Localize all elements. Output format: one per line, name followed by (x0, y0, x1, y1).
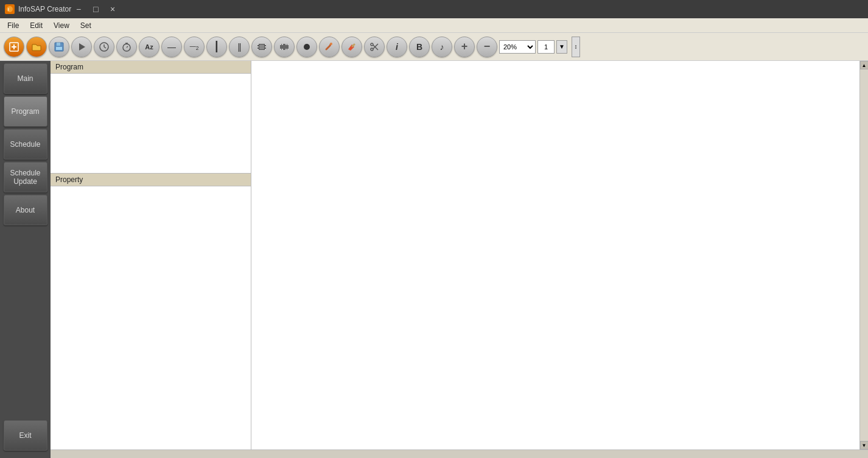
toolbar-btn-film1[interactable] (251, 37, 272, 57)
svg-rect-29 (280, 49, 281, 50)
toolbar-btn-scissors[interactable] (364, 37, 385, 57)
svg-rect-27 (285, 44, 287, 45)
svg-point-33 (304, 44, 310, 50)
toolbar-btn-music[interactable]: ♪ (432, 37, 452, 57)
toolbar-btn-bold[interactable]: B (409, 37, 430, 57)
svg-rect-32 (287, 49, 289, 50)
program-section: Program (51, 61, 251, 174)
svg-point-36 (371, 43, 373, 46)
left-nav: MainProgramScheduleSchedule UpdateAboutE… (0, 61, 51, 458)
svg-rect-20 (265, 44, 266, 45)
title-text: InfoSAP Creator (18, 5, 71, 13)
toolbar-btn-wrench[interactable] (319, 37, 340, 57)
nav-btn-schedule-update[interactable]: Schedule Update (4, 162, 47, 192)
window-controls: − □ × (71, 4, 120, 15)
menu-item-view[interactable]: View (49, 20, 74, 31)
toolbar-btn-timer[interactable] (116, 37, 137, 57)
program-panel-body (51, 74, 251, 173)
toolbar-btn-clock[interactable] (94, 37, 114, 57)
svg-rect-7 (56, 47, 62, 50)
svg-line-11 (104, 47, 106, 48)
property-section: Property (51, 174, 251, 449)
title-bar: i InfoSAP Creator − □ × (0, 0, 868, 18)
svg-rect-24 (280, 44, 289, 50)
menu-item-file[interactable]: File (2, 20, 24, 31)
program-panel-header: Program (51, 61, 251, 74)
scroll-down-arrow[interactable]: ▼ (860, 441, 869, 449)
main-scrollbar[interactable]: ▲ ▼ (859, 61, 868, 449)
svg-rect-25 (280, 44, 281, 45)
toolbar-btn-new[interactable] (4, 37, 24, 57)
svg-marker-8 (79, 43, 85, 51)
scroll-track[interactable] (860, 69, 868, 441)
svg-rect-22 (265, 49, 266, 50)
svg-rect-30 (282, 49, 283, 50)
toolbar-btn-film2[interactable] (274, 37, 295, 57)
svg-point-37 (371, 48, 373, 51)
page-number-input[interactable] (537, 40, 555, 54)
left-panel: Program Property (51, 61, 251, 449)
toolbar-btn-plus[interactable]: + (454, 37, 475, 57)
toolbar-btn-open[interactable] (26, 37, 47, 57)
svg-rect-19 (257, 49, 259, 50)
toolbar-btn-info[interactable]: i (387, 37, 407, 57)
nav-btn-exit[interactable]: Exit (4, 420, 47, 451)
content-inner: Program Property ▲ ▼ (51, 61, 868, 449)
svg-rect-6 (57, 43, 60, 46)
app-icon: i (5, 4, 15, 14)
minimize-button[interactable]: − (71, 4, 86, 15)
toolbar-btn-paint[interactable] (341, 37, 362, 57)
page-nav-button[interactable]: ▼ (556, 40, 567, 54)
toolbar: Az——2┃‖iB♪+−10%20%50%100%▼↕ (0, 33, 868, 61)
svg-rect-17 (257, 44, 259, 45)
maximize-button[interactable]: □ (88, 4, 103, 15)
content-area: Program Property ▲ ▼ (51, 61, 868, 458)
bottom-scrollbar[interactable] (51, 449, 868, 458)
property-panel-header: Property (51, 174, 251, 186)
zoom-select[interactable]: 10%20%50%100% (499, 40, 536, 54)
main-layout: MainProgramScheduleSchedule UpdateAboutE… (0, 61, 868, 458)
toolbar-btn-text[interactable]: Az (139, 37, 159, 57)
property-panel-body (51, 186, 251, 449)
menu-bar: FileEditViewSet (0, 18, 868, 33)
scroll-up-arrow[interactable]: ▲ (860, 61, 869, 69)
menu-item-set[interactable]: Set (75, 20, 96, 31)
nav-btn-about[interactable]: About (4, 195, 47, 225)
svg-rect-31 (285, 49, 287, 50)
svg-rect-23 (259, 44, 264, 49)
svg-rect-28 (287, 44, 289, 45)
svg-rect-21 (265, 46, 266, 48)
toolbar-btn-minus2[interactable]: —2 (184, 37, 205, 57)
toolbar-scroll[interactable]: ↕ (572, 37, 580, 57)
menu-item-edit[interactable]: Edit (25, 20, 47, 31)
close-button[interactable]: × (105, 4, 120, 15)
nav-btn-program[interactable]: Program (4, 96, 47, 127)
toolbar-btn-bar[interactable]: ┃ (206, 37, 227, 57)
svg-point-34 (330, 43, 332, 45)
canvas-area[interactable] (251, 61, 859, 449)
nav-btn-schedule[interactable]: Schedule (4, 129, 47, 160)
svg-rect-18 (257, 46, 259, 48)
svg-text:i: i (8, 7, 9, 12)
svg-line-15 (127, 46, 128, 48)
toolbar-btn-save[interactable] (49, 37, 69, 57)
toolbar-btn-dot[interactable] (296, 37, 317, 57)
toolbar-btn-minus1[interactable]: — (161, 37, 182, 57)
nav-btn-main[interactable]: Main (4, 63, 47, 94)
toolbar-btn-zoom-out[interactable]: − (477, 37, 497, 57)
toolbar-btn-dbl[interactable]: ‖ (229, 37, 250, 57)
svg-rect-26 (282, 44, 283, 45)
toolbar-btn-play[interactable] (71, 37, 92, 57)
